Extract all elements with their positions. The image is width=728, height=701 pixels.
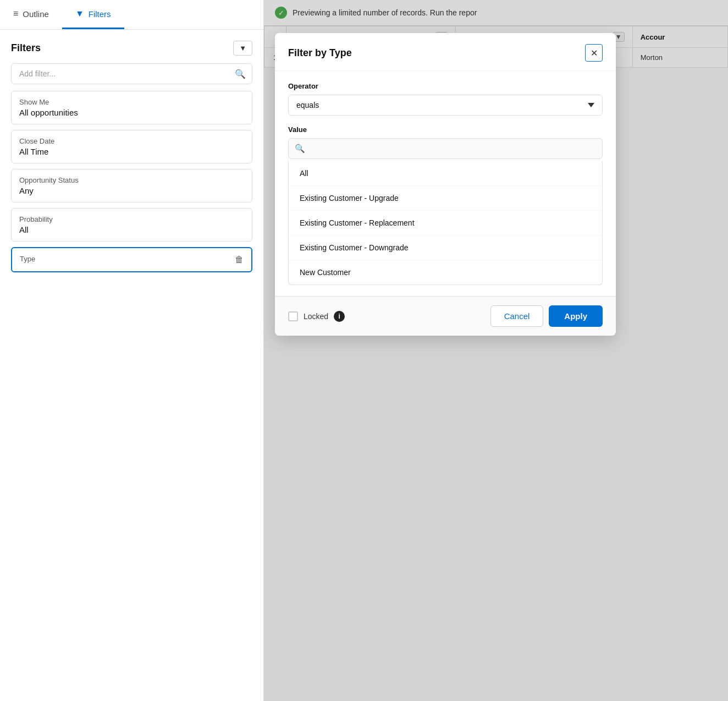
- tab-outline-label: Outline: [23, 9, 49, 19]
- operator-label: Operator: [288, 82, 603, 90]
- filter-by-type-modal: Filter by Type ✕ Operator equals not equ…: [275, 33, 616, 336]
- list-item-all[interactable]: All: [289, 161, 602, 186]
- trash-icon[interactable]: 🗑: [235, 255, 244, 265]
- cancel-button[interactable]: Cancel: [490, 305, 544, 327]
- modal-header: Filter by Type ✕: [275, 33, 616, 71]
- modal-close-button[interactable]: ✕: [585, 44, 603, 62]
- locked-label: Locked: [304, 312, 328, 321]
- filter-item-type[interactable]: Type 🗑: [11, 247, 252, 272]
- list-item-existing-downgrade[interactable]: Existing Customer - Downgrade: [289, 236, 602, 260]
- tab-bar: ≡ Outline ▼ Filters: [0, 0, 263, 30]
- filter-item-show-me[interactable]: Show Me All opportunities: [11, 91, 252, 124]
- value-search-input[interactable]: [288, 138, 603, 159]
- add-filter-wrapper: 🔍: [11, 63, 252, 84]
- tab-filters-label: Filters: [89, 9, 111, 19]
- add-filter-input[interactable]: [11, 63, 252, 84]
- filters-header: Filters ▼: [11, 41, 252, 56]
- list-item-existing-upgrade[interactable]: Existing Customer - Upgrade: [289, 186, 602, 211]
- modal-overlay: Filter by Type ✕ Operator equals not equ…: [264, 0, 728, 701]
- modal-footer: Locked i Cancel Apply: [275, 296, 616, 336]
- info-icon[interactable]: i: [334, 311, 345, 322]
- main-layout: ≡ Outline ▼ Filters Filters ▼ 🔍 Show Me: [0, 0, 728, 701]
- right-panel: ✓ Previewing a limited number of records…: [264, 0, 728, 701]
- locked-section: Locked i: [288, 311, 345, 322]
- apply-button[interactable]: Apply: [549, 305, 603, 327]
- list-item-existing-replacement[interactable]: Existing Customer - Replacement: [289, 211, 602, 236]
- filter-item-probability[interactable]: Probability All: [11, 208, 252, 242]
- outline-icon: ≡: [13, 9, 18, 19]
- filter-item-opportunity-status[interactable]: Opportunity Status Any: [11, 169, 252, 202]
- modal-body: Operator equals not equal to less than g…: [275, 71, 616, 296]
- tab-filters[interactable]: ▼ Filters: [62, 0, 124, 29]
- add-filter-search-icon: 🔍: [235, 69, 246, 79]
- list-item-new-customer[interactable]: New Customer: [289, 260, 602, 284]
- value-label: Value: [288, 125, 603, 134]
- filters-section: Filters ▼ 🔍 Show Me All opportunities Cl…: [0, 30, 263, 701]
- filter-item-close-date[interactable]: Close Date All Time: [11, 130, 252, 163]
- filters-dropdown-button[interactable]: ▼: [233, 41, 252, 56]
- footer-buttons: Cancel Apply: [490, 305, 603, 327]
- operator-select[interactable]: equals not equal to less than greater th…: [288, 95, 603, 116]
- locked-checkbox[interactable]: [288, 311, 298, 321]
- value-section: Value 🔍 All Existing Customer - Upgrade …: [288, 125, 603, 285]
- filters-title: Filters: [11, 42, 41, 54]
- value-search-wrapper: 🔍: [288, 138, 603, 159]
- value-dropdown-list: All Existing Customer - Upgrade Existing…: [288, 161, 603, 285]
- value-search-icon: 🔍: [295, 144, 305, 154]
- tab-outline[interactable]: ≡ Outline: [0, 0, 62, 29]
- left-panel: ≡ Outline ▼ Filters Filters ▼ 🔍 Show Me: [0, 0, 264, 701]
- filter-icon: ▼: [75, 9, 84, 19]
- modal-title: Filter by Type: [288, 47, 352, 59]
